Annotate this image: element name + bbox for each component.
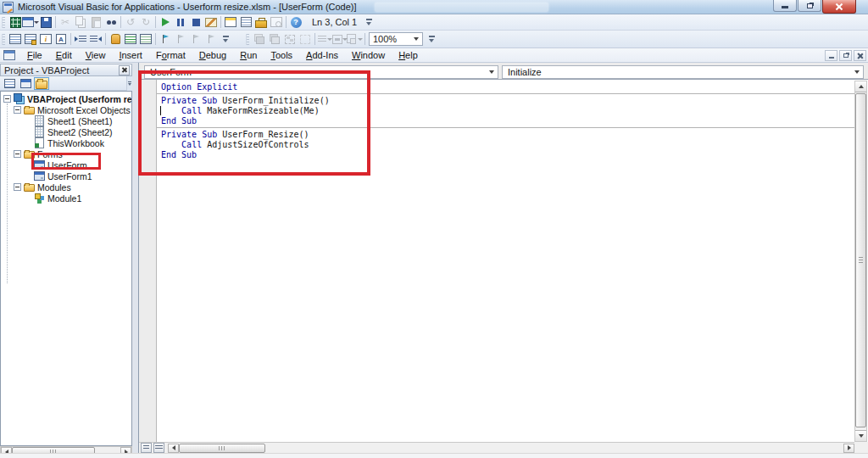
tree-expander[interactable]	[3, 95, 11, 103]
reset-button[interactable]	[188, 15, 203, 30]
menu-accesskey: E	[56, 50, 62, 60]
list-properties-button[interactable]	[8, 32, 23, 47]
tree-item-microsoft-excel-objects[interactable]: Microsoft Excel Objects	[1, 104, 131, 115]
tree-expander[interactable]	[14, 106, 21, 114]
toggle-breakpoint-button[interactable]	[108, 32, 123, 47]
object-browser-button	[269, 15, 284, 30]
menu-window[interactable]: Window	[345, 48, 392, 62]
copy-icon	[74, 15, 87, 29]
menu-run[interactable]: Run	[233, 48, 264, 62]
project-explorer-button[interactable]	[223, 15, 238, 30]
make-same-size-dropdown-arrow[interactable]	[358, 32, 363, 47]
design-mode-button[interactable]	[203, 15, 219, 30]
right-arrow-icon	[848, 445, 851, 450]
zoom-combo[interactable]: 100%	[369, 32, 423, 46]
properties-window-button[interactable]	[238, 15, 253, 30]
tree-item-label: Sheet1 (Sheet1)	[47, 116, 112, 126]
view-code-button[interactable]	[2, 77, 17, 90]
chevron-down-icon[interactable]	[486, 66, 498, 78]
comment-block-button[interactable]	[123, 32, 138, 47]
tree-item-label: VBAProject (Userform resize	[27, 94, 132, 104]
menu-debug[interactable]: Debug	[192, 48, 233, 62]
full-module-view-icon	[155, 445, 163, 450]
tree-expander[interactable]	[14, 150, 21, 158]
redo-button	[138, 15, 153, 30]
tree-item-thisworkbook[interactable]: ThisWorkbook	[1, 137, 131, 148]
chevron-down-icon[interactable]	[851, 66, 863, 78]
tree-item-sheet2-sheet2[interactable]: Sheet2 (Sheet2)	[1, 126, 131, 137]
tree-item-modules[interactable]: Modules	[1, 182, 131, 193]
tree-item-sheet1-sheet1[interactable]: Sheet1 (Sheet1)	[1, 115, 131, 126]
toolbox-button[interactable]	[253, 15, 269, 30]
menu-tools[interactable]: Tools	[264, 48, 299, 62]
minus-glyph	[15, 187, 19, 187]
module-icon	[33, 193, 45, 204]
toggle-folders-icon	[35, 76, 48, 90]
project-panel-close-button[interactable]	[119, 65, 130, 75]
close-button[interactable]	[822, 0, 856, 14]
center-button	[332, 32, 348, 47]
quick-info-button[interactable]	[38, 32, 53, 47]
edit-toolbar-overflow[interactable]	[220, 32, 231, 47]
left-arrow-icon	[172, 445, 175, 450]
minimize-button[interactable]	[773, 0, 797, 12]
mdi-restore-button[interactable]	[839, 50, 852, 61]
center-icon	[332, 32, 342, 46]
menu-help[interactable]: Help	[392, 48, 425, 62]
scrollbar-track[interactable]	[265, 443, 843, 453]
indent-button[interactable]	[73, 32, 88, 47]
toolbar-separator	[314, 33, 315, 45]
outdent-button[interactable]	[88, 32, 103, 47]
form-icon	[33, 170, 45, 182]
folder-icon	[23, 104, 35, 115]
scroll-down-button[interactable]	[855, 430, 866, 441]
procedure-dropdown[interactable]: Initialize	[502, 65, 864, 79]
tree-item-module1[interactable]: Module1	[1, 193, 131, 204]
mdi-close-button[interactable]	[854, 50, 866, 61]
scroll-right-button[interactable]	[843, 444, 854, 453]
menu-format[interactable]: Format	[149, 48, 192, 62]
scrollbar-thumb[interactable]	[179, 444, 265, 453]
menu-view[interactable]: View	[79, 48, 113, 62]
procedure-view-button[interactable]	[141, 443, 152, 453]
zoom-combo-arrow[interactable]	[410, 33, 422, 45]
scroll-up-button[interactable]	[855, 81, 866, 92]
tree-expander[interactable]	[14, 183, 21, 191]
menu-accesskey: T	[270, 50, 275, 60]
standard-toolbar-overflow[interactable]	[364, 15, 374, 30]
code-vscrollbar[interactable]	[854, 81, 867, 442]
tree-item-userform1[interactable]: UserForm1	[1, 170, 131, 182]
uncomment-block-button[interactable]	[138, 32, 153, 47]
full-module-view-button[interactable]	[153, 443, 164, 453]
maximize-button[interactable]	[798, 0, 821, 12]
scrollbar-thumb[interactable]	[855, 93, 866, 427]
insert-userform-button[interactable]	[23, 15, 38, 30]
find-button[interactable]	[103, 15, 119, 30]
tree-item-vbaproject-userform-resize[interactable]: VBAProject (Userform resize	[1, 93, 131, 104]
menu-file[interactable]: File	[20, 48, 49, 62]
save-button[interactable]	[38, 15, 53, 30]
toggle-bookmark-button[interactable]	[158, 32, 173, 47]
complete-word-button[interactable]	[53, 32, 69, 47]
toggle-folders-button[interactable]	[34, 77, 49, 90]
view-object-button[interactable]	[18, 77, 33, 90]
panel-splitter[interactable]	[132, 63, 138, 458]
menu-add-ins[interactable]: Add-Ins	[299, 48, 345, 62]
ungroup-icon	[298, 32, 312, 46]
break-button[interactable]	[173, 15, 188, 30]
menu-edit[interactable]: Edit	[49, 48, 79, 62]
project-panel-overflow-button[interactable]	[126, 76, 132, 91]
edit-toolbar	[0, 31, 231, 47]
run-sub-button[interactable]	[158, 15, 173, 30]
userform-toolbar-overflow[interactable]	[426, 32, 437, 47]
list-constants-button[interactable]	[23, 32, 38, 47]
toolbar-separator	[55, 16, 56, 28]
menu-insert[interactable]: Insert	[112, 48, 149, 62]
view-microsoft-excel-button[interactable]	[8, 15, 23, 30]
send-to-back-button	[267, 32, 282, 47]
code-hscrollbar[interactable]	[139, 442, 854, 453]
menu-accesskey: V	[86, 50, 92, 60]
mdi-minimize-button[interactable]	[825, 50, 837, 61]
help-button[interactable]	[288, 15, 303, 30]
scroll-left-button[interactable]	[168, 444, 179, 453]
